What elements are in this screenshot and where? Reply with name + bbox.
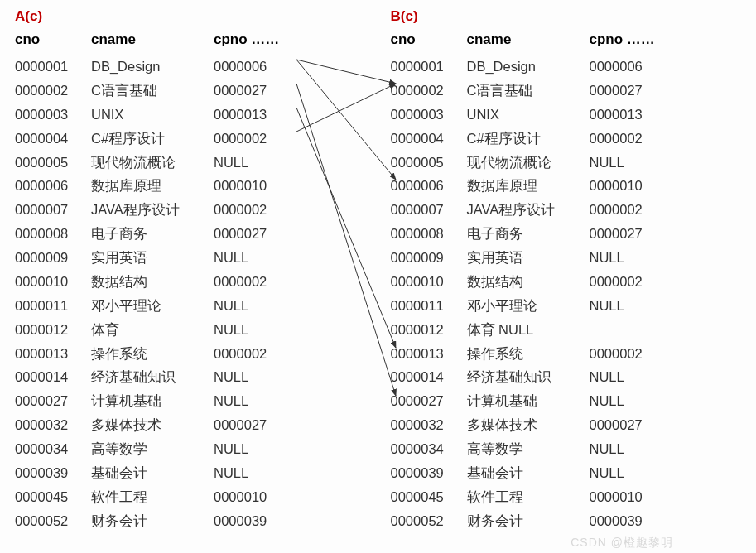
cno-cell: 0000034 <box>15 437 91 461</box>
table-row: 0000027计算机基础NULL <box>15 389 366 413</box>
cno-cell: 0000039 <box>391 461 467 485</box>
cno-cell: 0000032 <box>15 413 91 437</box>
cno-cell: 0000052 <box>15 509 91 533</box>
cname-cell: 操作系统 <box>467 342 590 366</box>
table-row: 0000006数据库原理0000010 <box>15 174 366 198</box>
table-row: 0000006数据库原理0000010 <box>391 174 742 198</box>
cname-cell: 邓小平理论 <box>467 294 590 318</box>
cpno-cell: 0000002 <box>590 342 722 366</box>
cpno-cell: 0000010 <box>590 485 722 509</box>
cpno-cell: 0000010 <box>214 174 346 198</box>
table-row: 0000052财务会计0000039 <box>391 509 742 533</box>
cpno-cell: 0000010 <box>214 485 346 509</box>
table-row: 0000002C语言基础0000027 <box>15 79 366 103</box>
cno-cell: 0000014 <box>391 365 467 389</box>
table-row: 0000052财务会计0000039 <box>15 509 366 533</box>
cname-cell: 高等数学 <box>91 437 214 461</box>
cno-cell: 0000010 <box>15 270 91 294</box>
cname-cell: 电子商务 <box>91 222 214 246</box>
table-header-b: cno cname cpno …… <box>391 31 742 48</box>
cpno-cell: 0000002 <box>590 127 722 151</box>
table-row: 0000013操作系统0000002 <box>391 342 742 366</box>
cno-cell: 0000027 <box>391 389 467 413</box>
cname-cell: 邓小平理论 <box>91 294 214 318</box>
table-row: 0000012体育NULL <box>15 318 366 342</box>
table-row: 0000003UNIX0000013 <box>391 103 742 127</box>
cname-cell: 多媒体技术 <box>467 413 590 437</box>
table-row: 0000013操作系统0000002 <box>15 342 366 366</box>
cpno-cell: 0000013 <box>590 103 722 127</box>
cname-cell: C语言基础 <box>467 79 590 103</box>
table-row: 0000045软件工程0000010 <box>391 485 742 509</box>
table-row: 0000034高等数学NULL <box>391 437 742 461</box>
cno-cell: 0000011 <box>15 294 91 318</box>
cpno-cell: 0000039 <box>214 509 346 533</box>
cpno-cell: 0000039 <box>590 509 722 533</box>
cno-cell: 0000006 <box>391 174 467 198</box>
table-row: 0000032多媒体技术0000027 <box>391 413 742 437</box>
cname-cell: 多媒体技术 <box>91 413 214 437</box>
cname-cell: 现代物流概论 <box>91 151 214 175</box>
table-row: 0000009实用英语NULL <box>391 246 742 270</box>
table-row: 0000008电子商务0000027 <box>391 222 742 246</box>
cno-cell: 0000034 <box>391 437 467 461</box>
cno-cell: 0000045 <box>391 485 467 509</box>
cname-cell: 基础会计 <box>467 461 590 485</box>
cno-cell: 0000032 <box>391 413 467 437</box>
cname-cell: 电子商务 <box>467 222 590 246</box>
header-cpno: cpno …… <box>214 31 346 48</box>
cpno-cell: 0000027 <box>590 222 722 246</box>
cno-cell: 0000052 <box>391 509 467 533</box>
cno-cell: 0000012 <box>15 318 91 342</box>
cpno-cell: 0000002 <box>214 198 346 222</box>
cno-cell: 0000045 <box>15 485 91 509</box>
cname-cell: 财务会计 <box>91 509 214 533</box>
table-row: 0000011邓小平理论NULL <box>391 294 742 318</box>
table-row: 0000012体育 NULL <box>391 318 742 342</box>
cname-cell: C语言基础 <box>91 79 214 103</box>
table-row: 0000001DB_Design0000006 <box>391 55 742 79</box>
cno-cell: 0000012 <box>391 318 467 342</box>
cno-cell: 0000003 <box>391 103 467 127</box>
cname-cell: C#程序设计 <box>91 127 214 151</box>
cpno-cell: 0000006 <box>214 55 346 79</box>
cpno-cell <box>590 318 722 342</box>
cname-cell: 数据库原理 <box>91 174 214 198</box>
cname-cell: 实用英语 <box>91 246 214 270</box>
cpno-cell: 0000027 <box>590 413 722 437</box>
table-row: 0000014经济基础知识NULL <box>15 365 366 389</box>
cno-cell: 0000009 <box>15 246 91 270</box>
cname-cell: 财务会计 <box>467 509 590 533</box>
cno-cell: 0000001 <box>15 55 91 79</box>
table-row: 0000039基础会计NULL <box>15 461 366 485</box>
cname-cell: DB_Design <box>467 55 590 79</box>
cpno-cell: NULL <box>590 461 722 485</box>
cname-cell: 高等数学 <box>467 437 590 461</box>
table-row: 0000007JAVA程序设计0000002 <box>391 198 742 222</box>
cno-cell: 0000003 <box>15 103 91 127</box>
cpno-cell: 0000002 <box>590 270 722 294</box>
cpno-cell: NULL <box>214 437 346 461</box>
cpno-cell: NULL <box>214 365 346 389</box>
table-row: 0000002C语言基础0000027 <box>391 79 742 103</box>
cno-cell: 0000007 <box>391 198 467 222</box>
cname-cell: JAVA程序设计 <box>91 198 214 222</box>
cno-cell: 0000013 <box>15 342 91 366</box>
cpno-cell: NULL <box>590 365 722 389</box>
cpno-cell: NULL <box>214 246 346 270</box>
cpno-cell: NULL <box>214 389 346 413</box>
cpno-cell: NULL <box>590 151 722 175</box>
cname-cell: 计算机基础 <box>467 389 590 413</box>
table-row: 0000005现代物流概论NULL <box>15 151 366 175</box>
cno-cell: 0000011 <box>391 294 467 318</box>
header-cno: cno <box>15 31 91 48</box>
cpno-cell: 0000006 <box>590 55 722 79</box>
cno-cell: 0000007 <box>15 198 91 222</box>
table-row: 0000045软件工程0000010 <box>15 485 366 509</box>
cno-cell: 0000039 <box>15 461 91 485</box>
watermark-text: CSDN @橙趣黎明 <box>571 536 673 551</box>
header-cno: cno <box>391 31 467 48</box>
header-cname: cname <box>91 31 214 48</box>
table-row: 0000009实用英语NULL <box>15 246 366 270</box>
cpno-cell: 0000002 <box>214 127 346 151</box>
